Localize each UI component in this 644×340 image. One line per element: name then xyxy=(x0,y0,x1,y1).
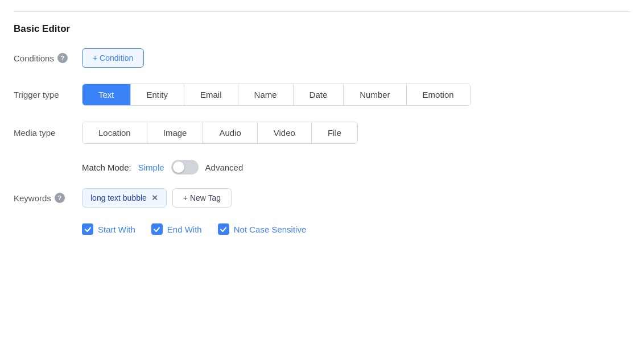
tab-text[interactable]: Text xyxy=(82,84,131,105)
tab-image[interactable]: Image xyxy=(147,122,204,143)
trigger-type-label: Trigger type xyxy=(14,90,82,99)
top-divider xyxy=(14,11,630,12)
keywords-label: Keywords ? xyxy=(14,193,82,203)
tab-file[interactable]: File xyxy=(312,122,357,143)
tab-email[interactable]: Email xyxy=(184,84,238,105)
checkmark-icon xyxy=(153,226,160,233)
tab-date[interactable]: Date xyxy=(294,84,344,105)
keywords-row: Keywords ? long text bubble ✕ + New Tag xyxy=(14,188,630,208)
tab-name[interactable]: Name xyxy=(238,84,294,105)
checkboxes-row: Start With End With Not Case Sensitive xyxy=(14,223,630,235)
media-type-row: Media type Location Image Audio Video Fi… xyxy=(14,122,630,144)
end-with-label: End With xyxy=(167,225,202,234)
tab-video[interactable]: Video xyxy=(258,122,312,143)
tab-location[interactable]: Location xyxy=(82,122,147,143)
keywords-tags-container: long text bubble ✕ + New Tag xyxy=(82,188,232,208)
conditions-help-icon[interactable]: ? xyxy=(57,53,68,63)
trigger-type-row: Trigger type Text Entity Email Name Date… xyxy=(14,84,630,106)
media-type-label: Media type xyxy=(14,128,82,138)
end-with-checkbox[interactable] xyxy=(151,223,163,235)
match-simple-label: Simple xyxy=(138,163,164,172)
tab-audio[interactable]: Audio xyxy=(203,122,257,143)
tab-entity[interactable]: Entity xyxy=(131,84,185,105)
keyword-tag-remove[interactable]: ✕ xyxy=(151,194,158,202)
keyword-tag-text: long text bubble xyxy=(90,193,147,202)
not-case-sensitive-checkbox-item[interactable]: Not Case Sensitive xyxy=(218,223,307,235)
match-advanced-label: Advanced xyxy=(205,163,243,172)
end-with-checkbox-item[interactable]: End With xyxy=(151,223,202,235)
start-with-checkbox[interactable] xyxy=(82,223,93,235)
trigger-type-tab-group: Text Entity Email Name Date Number Emoti… xyxy=(82,84,470,106)
not-case-sensitive-checkbox[interactable] xyxy=(218,223,229,235)
keyword-tag-0: long text bubble ✕ xyxy=(82,188,167,208)
match-mode-prefix: Match Mode: xyxy=(82,163,131,172)
conditions-row: Conditions ? + Condition xyxy=(14,48,630,68)
match-mode-toggle[interactable] xyxy=(171,160,199,175)
toggle-thumb xyxy=(173,161,184,173)
page-title: Basic Editor xyxy=(14,23,630,35)
add-condition-button[interactable]: + Condition xyxy=(82,48,144,68)
not-case-sensitive-label: Not Case Sensitive xyxy=(234,225,307,234)
start-with-label: Start With xyxy=(98,225,135,234)
conditions-label: Conditions ? xyxy=(14,53,82,63)
start-with-checkbox-item[interactable]: Start With xyxy=(82,223,135,235)
new-tag-button[interactable]: + New Tag xyxy=(172,188,232,208)
match-mode-row: Match Mode: Simple Advanced xyxy=(14,160,630,175)
keywords-help-icon[interactable]: ? xyxy=(55,193,65,203)
toggle-track xyxy=(171,160,199,175)
checkmark-icon xyxy=(220,226,227,233)
tab-emotion[interactable]: Emotion xyxy=(407,84,470,105)
media-type-tab-group: Location Image Audio Video File xyxy=(82,122,358,144)
tab-number[interactable]: Number xyxy=(344,84,406,105)
checkmark-icon xyxy=(84,226,92,233)
